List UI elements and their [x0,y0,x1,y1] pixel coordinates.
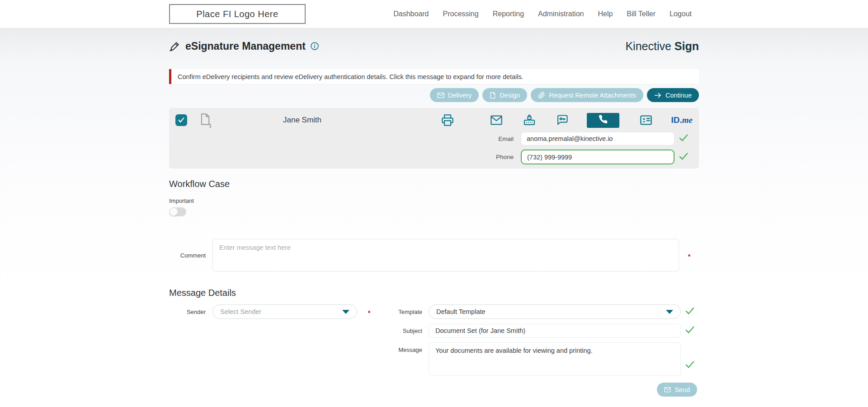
brand-logo: Kinective Sign [625,40,699,53]
comment-textarea[interactable] [212,239,679,271]
phone-input[interactable] [521,150,675,164]
email-label: Email [498,136,514,142]
nav-administration[interactable]: Administration [538,10,584,18]
send-envelope-icon [664,387,671,393]
printer-icon[interactable] [441,114,454,126]
document-count-icon[interactable]: 1 [200,113,211,127]
sender-select-value: Select Sender [220,308,342,315]
chevron-down-icon [342,310,349,314]
template-select[interactable]: Default Template [429,304,681,319]
comment-row: Comment [169,239,699,271]
document-icon [490,92,496,99]
email-valid-check-icon [679,134,689,144]
passcode-lock-icon[interactable] [523,114,536,126]
nav-logout[interactable]: Logout [670,10,692,18]
title-row: eSignature Management Kinective Sign [169,39,699,53]
send-button-label: Send [675,386,690,393]
envelope-icon [437,92,444,98]
info-icon[interactable] [310,42,319,51]
continue-button[interactable]: Continue [647,88,699,102]
design-button[interactable]: Design [482,88,527,102]
subject-label: Subject [382,327,422,334]
sender-select[interactable]: Select Sender [212,304,357,319]
idme-logo-id: ID. [671,115,682,125]
delivery-button-label: Delivery [448,92,472,99]
sms-key-icon[interactable] [556,114,569,126]
signature-pen-icon [169,40,181,52]
paperclip-icon [538,92,545,99]
document-count: 1 [209,123,212,128]
alert-text: Confirm eDelivery recipients and review … [178,73,524,80]
phone-label: Phone [496,154,514,160]
request-remote-attachments-button[interactable]: Request Remote Attachments [531,88,643,102]
template-row: Template Default Template [382,304,699,319]
send-button[interactable]: Send [657,383,697,397]
phone-auth-selected[interactable] [587,113,619,128]
message-textarea[interactable]: Your documents are available for viewing… [429,342,681,376]
brand-name: Kinective [625,40,671,52]
continue-button-label: Continue [665,92,692,99]
workflow-case-heading: Workflow Case [169,179,699,189]
nav-dashboard[interactable]: Dashboard [393,10,429,18]
comment-required-dot [688,254,690,257]
template-label: Template [382,309,422,315]
fi-logo-text: Place FI Logo Here [196,9,278,19]
message-valid-check-icon [685,360,695,370]
subject-input[interactable] [429,324,681,337]
delivery-button[interactable]: Delivery [430,88,479,102]
message-label: Message [382,346,422,353]
design-button-label: Design [500,92,520,99]
subject-valid-check-icon [685,326,695,336]
page-title: eSignature Management [185,40,306,52]
message-row: Message Your documents are available for… [382,342,699,376]
subject-row: Subject [382,324,699,337]
recipient-row: 1 Jane Smith [169,108,699,168]
idme-logo[interactable]: ID.me [671,115,693,125]
fi-logo-placeholder: Place FI Logo Here [169,4,306,24]
recipient-name: Jane Smith [283,116,321,125]
recipient-checkbox[interactable] [175,114,187,126]
nav-processing[interactable]: Processing [443,10,479,18]
email-input[interactable] [521,132,675,145]
phone-valid-check-icon [679,152,689,162]
nav-help[interactable]: Help [598,10,613,18]
comment-label: Comment [169,252,206,259]
toggle-knob [170,208,178,216]
message-details-heading: Message Details [169,288,699,298]
brand-suffix: Sign [675,40,699,52]
edelivery-alert-banner[interactable]: Confirm eDelivery recipients and review … [169,69,699,84]
sender-row: Sender Select Sender [169,304,382,319]
nav-reporting[interactable]: Reporting [493,10,524,18]
sender-label: Sender [169,309,206,315]
important-label: Important [169,197,699,204]
top-header: Place FI Logo Here Dashboard Processing … [0,0,868,28]
phone-icon [598,114,608,126]
template-valid-check-icon [685,307,695,317]
chevron-down-icon [666,310,673,314]
sender-required-dot [368,311,370,313]
request-remote-attachments-label: Request Remote Attachments [549,92,636,99]
idme-logo-me: me [682,115,693,125]
template-select-value: Default Template [436,308,666,315]
arrow-right-icon [654,92,662,98]
nav-user-bill-teller[interactable]: Bill Teller [627,10,656,18]
email-auth-icon[interactable] [490,115,503,126]
important-toggle[interactable] [169,207,186,216]
main-nav: Dashboard Processing Reporting Administr… [393,10,692,18]
action-toolbar: Delivery Design Request Remote Attachmen… [169,88,699,102]
id-card-icon[interactable] [640,114,652,126]
